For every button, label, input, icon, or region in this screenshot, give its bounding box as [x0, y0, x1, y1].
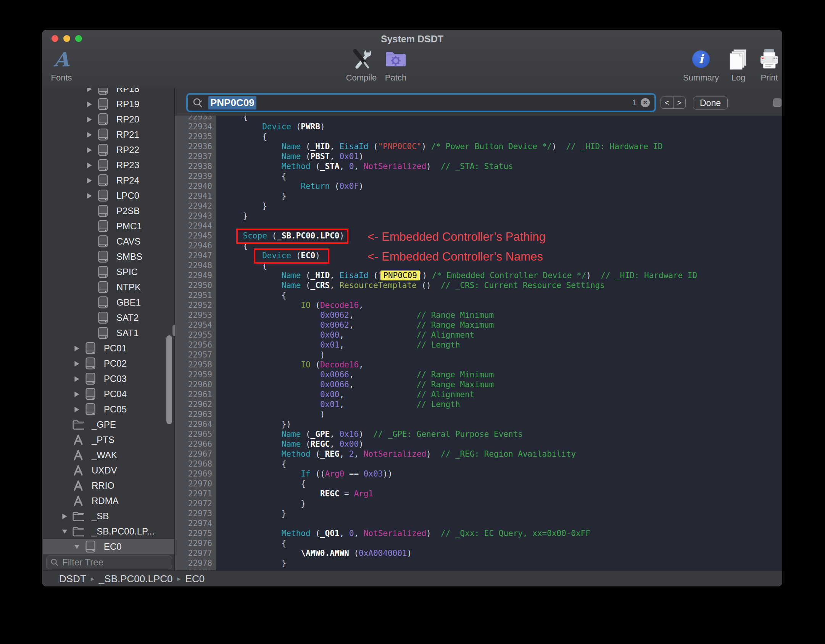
search-input[interactable]: PNP0C09 1 ✕ [186, 93, 656, 112]
code-line-22973[interactable]: 22973 } [175, 509, 782, 518]
sidebar-item-rp18[interactable]: RP18 [43, 88, 174, 97]
sidebar-item-rp19[interactable]: RP19 [43, 97, 174, 112]
code-line-22965[interactable]: 22965 Name (_GPE, 0x16) // _GPE: General… [175, 429, 782, 439]
code-line-22950[interactable]: 22950 Name (_CRS, ResourceTemplate () //… [175, 280, 782, 290]
code-line-22942[interactable]: 22942 } [175, 201, 782, 211]
sidebar-item-pc04[interactable]: PC04 [43, 386, 174, 402]
sidebar-item-sb[interactable]: _SB [43, 509, 174, 524]
disclosure-collapsed-icon[interactable] [87, 88, 92, 92]
sidebar-item-lpc0[interactable]: LPC0 [43, 188, 174, 203]
sidebar-item-pmc1[interactable]: PMC1 [43, 219, 174, 234]
disclosure-expanded-icon[interactable] [62, 528, 68, 535]
code-line-22971[interactable]: 22971 REGC = Arg1 [175, 489, 782, 499]
sidebar-item-gbe1[interactable]: GBE1 [43, 295, 174, 310]
sidebar-item-spic[interactable]: SPIC [43, 264, 174, 280]
code-line-22969[interactable]: 22969 If ((Arg0 == 0x03)) [175, 469, 782, 479]
code-line-22939[interactable]: 22939 { [175, 171, 782, 181]
sidebar-item-pts[interactable]: _PTS [43, 432, 174, 448]
done-button[interactable]: Done [693, 97, 728, 109]
sidebar-item-cavs[interactable]: CAVS [43, 234, 174, 249]
sidebar-item-pc02[interactable]: PC02 [43, 356, 174, 371]
code-line-22957[interactable]: 22957 ) [175, 350, 782, 360]
code-line-22936[interactable]: 22936 Name (_HID, EisaId ("PNP0C0C") /* … [175, 142, 782, 151]
disclosure-collapsed-icon[interactable] [87, 116, 92, 122]
breadcrumb-item-dsdt[interactable]: DSDT [59, 573, 86, 585]
patch-button[interactable]: Patch [367, 47, 424, 83]
disclosure-collapsed-icon[interactable] [74, 345, 80, 351]
sidebar-item-wak[interactable]: _WAK [43, 448, 174, 463]
disclosure-collapsed-icon[interactable] [74, 361, 80, 367]
sidebar-item-rp24[interactable]: RP24 [43, 173, 174, 188]
code-line-22975[interactable]: 22975 Method (_Q01, 0, NotSerialized) //… [175, 528, 782, 538]
code-line-22968[interactable]: 22968 { [175, 459, 782, 469]
sidebar-item-smbs[interactable]: SMBS [43, 249, 174, 264]
code-line-22934[interactable]: 22934 Device (PWRB) [175, 122, 782, 132]
fonts-button[interactable]: A Fonts [42, 47, 90, 83]
sidebar-item-ntpk[interactable]: NTPK [43, 280, 174, 295]
code-line-22955[interactable]: 22955 0x00, // Alignment [175, 330, 782, 340]
code-line-22943[interactable]: 22943 } [175, 211, 782, 221]
disclosure-collapsed-icon[interactable] [74, 391, 80, 397]
sidebar-item-p2sb[interactable]: P2SB [43, 203, 174, 219]
code-line-22961[interactable]: 22961 0x00, // Alignment [175, 390, 782, 399]
code-line-22935[interactable]: 22935 { [175, 132, 782, 142]
sidebar-item-pc05[interactable]: PC05 [43, 402, 174, 417]
code-line-22967[interactable]: 22967 Method (_REG, 2, NotSerialized) //… [175, 449, 782, 459]
code-line-22977[interactable]: 22977 \AMW0.AMWN (0xA0040001) [175, 548, 782, 558]
disclosure-collapsed-icon[interactable] [87, 101, 92, 107]
sidebar-item-rp23[interactable]: RP23 [43, 158, 174, 173]
sidebar-item-rdma[interactable]: RDMA [43, 493, 174, 509]
code-line-22954[interactable]: 22954 0x0062, // Range Maximum [175, 320, 782, 330]
code-line-22941[interactable]: 22941 } [175, 191, 782, 201]
code-line-22949[interactable]: 22949 Name (_HID, EisaId ("PNP0C09") /* … [175, 270, 782, 280]
sidebar-item-uxdv[interactable]: UXDV [43, 463, 174, 478]
sidebar-scrollbar[interactable] [166, 335, 172, 424]
sidebar-item-sbpc00lp[interactable]: _SB.PC00.LP... [43, 524, 174, 539]
disclosure-collapsed-icon[interactable] [87, 132, 92, 138]
code-line-22962[interactable]: 22962 0x01, // Length [175, 399, 782, 409]
disclosure-collapsed-icon[interactable] [87, 162, 92, 168]
breadcrumb-item-ec0[interactable]: EC0 [185, 573, 205, 585]
sidebar-item-rp21[interactable]: RP21 [43, 127, 174, 142]
code-line-22953[interactable]: 22953 0x0062, // Range Minimum [175, 310, 782, 320]
sidebar-item-sat1[interactable]: SAT1 [43, 325, 174, 341]
find-next-button[interactable]: > [674, 97, 686, 108]
code-line-22966[interactable]: 22966 Name (REGC, 0x00) [175, 439, 782, 449]
code-line-22976[interactable]: 22976 { [175, 538, 782, 548]
clear-search-icon[interactable]: ✕ [641, 98, 650, 107]
code-line-22959[interactable]: 22959 0x0066, // Range Minimum [175, 370, 782, 380]
sidebar-item-ec0[interactable]: EC0 [43, 539, 174, 554]
sidebar-item-rp22[interactable]: RP22 [43, 142, 174, 158]
disclosure-collapsed-icon[interactable] [87, 193, 92, 199]
code-line-22956[interactable]: 22956 0x01, // Length [175, 340, 782, 350]
sidebar-item-gpe[interactable]: _GPE [43, 417, 174, 432]
print-button[interactable]: Print [741, 47, 782, 83]
replace-checkbox[interactable] [773, 98, 781, 107]
sidebar-item-rp20[interactable]: RP20 [43, 112, 174, 127]
search-icon[interactable] [192, 97, 205, 108]
code-line-22938[interactable]: 22938 Method (_STA, 0, NotSerialized) //… [175, 161, 782, 171]
disclosure-collapsed-icon[interactable] [74, 376, 80, 382]
code-line-22970[interactable]: 22970 { [175, 479, 782, 489]
filter-tree-input[interactable]: Filter Tree [46, 555, 172, 569]
code-line-22940[interactable]: 22940 Return (0x0F) [175, 181, 782, 191]
disclosure-expanded-icon[interactable] [74, 544, 80, 550]
disclosure-collapsed-icon[interactable] [87, 147, 92, 153]
sidebar-item-sat2[interactable]: SAT2 [43, 310, 174, 325]
sidebar-item-rrio[interactable]: RRIO [43, 478, 174, 493]
code-line-22960[interactable]: 22960 0x0066, // Range Maximum [175, 380, 782, 390]
code-line-22972[interactable]: 22972 } [175, 499, 782, 509]
code-line-22951[interactable]: 22951 { [175, 290, 782, 300]
code-line-22933[interactable]: 22933 { [175, 116, 782, 122]
code-line-22974[interactable]: 22974 [175, 518, 782, 528]
code-line-22964[interactable]: 22964 }) [175, 419, 782, 429]
disclosure-collapsed-icon[interactable] [74, 406, 80, 412]
sidebar-item-pc01[interactable]: PC01 [43, 341, 174, 356]
code-line-22937[interactable]: 22937 Name (PBST, 0x01) [175, 151, 782, 161]
code-line-22963[interactable]: 22963 ) [175, 409, 782, 419]
code-line-22978[interactable]: 22978 } [175, 558, 782, 568]
disclosure-collapsed-icon[interactable] [62, 513, 68, 519]
code-line-22958[interactable]: 22958 IO (Decode16, [175, 360, 782, 370]
find-previous-button[interactable]: < [661, 97, 674, 108]
breadcrumb-item-sbpc00lpc0[interactable]: _SB.PC00.LPC0 [99, 573, 173, 585]
